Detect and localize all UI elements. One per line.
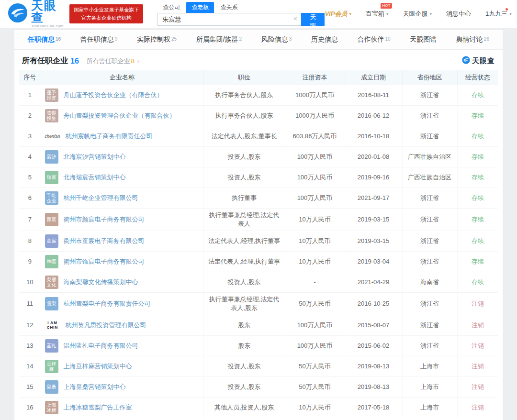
company-logo-icon: 童宸 (45, 234, 58, 248)
position-cell: 执行董事 (203, 188, 285, 208)
chevron-down-icon: ▾ (429, 11, 432, 16)
position-cell: 股东 (203, 315, 285, 335)
province-cell: 浙江省 (402, 315, 457, 335)
company-name-link[interactable]: 衢州市饰宸电子商务有限公司 (64, 257, 145, 266)
row-index: 2 (19, 105, 41, 126)
search-input[interactable] (157, 13, 301, 26)
registered-capital-cell: 603.86万人民币 (285, 126, 345, 146)
former-companies-link[interactable]: 所有曾任职企业8 › (87, 57, 139, 66)
row-index: 13 (19, 335, 41, 356)
company-name-link[interactable]: 温州蓝礼电子商务有限公司 (64, 342, 138, 350)
status-badge: 存续 (457, 272, 498, 292)
registered-capital-cell: 100万人民币 (285, 315, 345, 335)
table-row: 10 梨馨文化 海南梨馨文化传播策划中心 投资人,股东 - 2021-04-29… (19, 272, 498, 292)
clear-search-icon[interactable]: ✕ (293, 16, 297, 22)
tab-任职信息[interactable]: 任职信息16 (28, 35, 61, 44)
search-button[interactable]: 天眼一下 (301, 13, 325, 26)
table-row: 7 颜宸 衢州市颜宸电子商务有限公司 执行董事兼总经理,法定代表人 10万人民币… (19, 208, 498, 231)
position-cell: 法定代表人,经理,执行董事 (203, 231, 285, 251)
company-name-link[interactable]: 海南梨馨文化传播策划中心 (64, 278, 138, 287)
header-menu-item[interactable]: 1九九三▾ (485, 10, 512, 18)
row-index: 7 (19, 208, 41, 231)
row-index: 11 (19, 292, 41, 315)
company-name-link[interactable]: 上海皇桑营销策划中心 (64, 383, 126, 391)
company-name-link[interactable]: 杭州宸帆电子商务有限责任公司 (66, 132, 153, 141)
province-cell: 上海市 (402, 356, 457, 376)
chevron-right-icon: › (137, 57, 139, 65)
column-header: 注册资本 (285, 70, 345, 85)
tianyancha-logo[interactable]: 天眼查 TianYanCha.com (8, 0, 64, 28)
position-cell: 股东 (203, 335, 285, 356)
chevron-down-icon: ▾ (386, 11, 389, 16)
tab-所属集团/族群[interactable]: 所属集团/族群2 (196, 35, 242, 44)
tab-合作伙伴[interactable]: 合作伙伴10 (357, 35, 390, 44)
company-name-link[interactable]: 杭州千屹企业管理有限公司 (64, 194, 138, 202)
row-index: 6 (19, 188, 41, 208)
registered-capital-cell: - (285, 272, 345, 292)
user-menu: VIP会员▾百宝箱▾HOT天眼企服▾消息中心1九九三▾ (325, 10, 511, 18)
tab-曾任职信息[interactable]: 曾任职信息9 (80, 35, 118, 44)
company-name-link[interactable]: 衢州市童宸电子商务有限公司 (64, 237, 145, 245)
founded-date-cell: 2019-03-15 (345, 231, 402, 251)
profile-tab-bar: 任职信息16曾任职信息9实际控制权25所属集团/族群2风险信息3历史信息合作伙伴… (14, 30, 503, 50)
position-cell: 投资人,股东 (203, 146, 285, 167)
founded-date-cell: 2019-03-04 (345, 251, 402, 272)
company-logo-icon: 千屹企业 (45, 191, 58, 205)
column-header: 省份地区 (402, 70, 457, 85)
province-cell: 上海市 (402, 397, 457, 418)
header-menu-item[interactable]: VIP会员▾ (325, 10, 351, 18)
company-name-link[interactable]: 舟山雪梨投资管理合伙企业（有限合伙） (64, 111, 176, 120)
province-cell: 上海市 (402, 376, 457, 397)
table-row: 15 皇桑 上海皇桑营销策划中心 投资人,股东 50万人民币 2019-08-1… (19, 376, 498, 397)
company-name-link[interactable]: 上海豆梓麻营销策划中心 (64, 362, 132, 371)
founded-date-cell: 2016-10-25 (345, 292, 402, 315)
tab-风险信息[interactable]: 风险信息3 (261, 35, 292, 44)
header-menu-item[interactable]: 百宝箱▾HOT (366, 10, 389, 18)
status-badge: 注销 (457, 397, 498, 418)
row-index: 15 (19, 376, 41, 397)
column-header: 职位 (203, 70, 285, 85)
registered-capital-cell: 50万人民币 (285, 376, 345, 397)
tab-实际控制权[interactable]: 实际控制权25 (137, 35, 177, 44)
company-name-link[interactable]: 杭州雪梨电子商务有限责任公司 (64, 299, 151, 308)
column-header: 序号 (19, 70, 41, 85)
company-name-link[interactable]: 杭州英凡思投资管理有限公司 (66, 321, 146, 330)
search-type-tab[interactable]: 查公司 (157, 2, 185, 13)
founded-date-cell: 2017-05-18 (345, 397, 402, 418)
company-name-link[interactable]: 上海冰糖雪梨广告工作室 (64, 403, 132, 412)
status-badge: 注销 (457, 292, 498, 315)
company-logo-icon: 雪梨 (45, 297, 58, 310)
registered-capital-cell: 1000万人民币 (285, 105, 345, 126)
company-logo-icon: 宸汐 (45, 150, 58, 164)
header-menu-item[interactable]: 消息中心 (446, 10, 471, 18)
province-cell: 浙江省 (402, 231, 457, 251)
company-name-link[interactable]: 北海瑞宸营销策划中心 (64, 173, 126, 182)
tab-天眼图谱[interactable]: 天眼图谱 (410, 35, 437, 44)
tianyancha-watermark: 天眼查 (462, 56, 495, 66)
company-name-link[interactable]: 衢州市颜宸电子商务有限公司 (64, 215, 145, 224)
company-logo-icon: 皇桑 (45, 380, 58, 394)
table-row: 4 宸汐 北海宸汐营销策划中心 投资人,股东 100万人民币 2020-01-0… (19, 146, 498, 167)
status-badge: 存续 (457, 208, 498, 231)
header-menu-item[interactable]: 天眼企服▾ (403, 10, 432, 18)
province-cell: 浙江省 (402, 126, 457, 146)
search-type-tab[interactable]: 查老板 (186, 2, 214, 13)
tianyancha-watermark-icon (462, 56, 470, 66)
company-name-link[interactable]: 北海宸汐营销策划中心 (64, 153, 126, 161)
company-logo-icon: 豆梓麻 (45, 360, 58, 373)
status-badge: 注销 (457, 315, 498, 335)
official-credit-badge: 国家中小企业发展子基金旗下 官方备案企业征信机构 (69, 4, 144, 23)
position-cell: 投资人,股东 (203, 272, 285, 292)
table-header-row: 序号企业名称职位注册资本成立日期省份地区经营状态 (19, 70, 498, 85)
founded-date-cell: 2015-06-02 (345, 335, 402, 356)
positions-table: 序号企业名称职位注册资本成立日期省份地区经营状态 1 蓮予投资 舟山蓮予投资合伙… (19, 70, 498, 418)
table-row: 3 chenfan 杭州宸帆电子商务有限责任公司 法定代表人,股东,董事长 60… (19, 126, 498, 146)
top-header: 天眼查 TianYanCha.com 国家中小企业发展子基金旗下 官方备案企业征… (0, 0, 517, 28)
table-row: 9 饰宸 衢州市饰宸电子商务有限公司 法定代表人,经理,执行董事 10万人民币 … (19, 251, 498, 272)
table-row: 11 雪梨 杭州雪梨电子商务有限责任公司 执行董事兼总经理,法定代表人,股东 5… (19, 292, 498, 315)
search-type-tab[interactable]: 查关系 (215, 2, 243, 13)
tab-舆情讨论[interactable]: 舆情讨论26 (456, 35, 489, 44)
founded-date-cell: 2020-01-08 (345, 146, 402, 167)
company-name-link[interactable]: 舟山蓮予投资合伙企业（有限合伙） (64, 91, 163, 99)
chevron-down-icon: ▾ (509, 11, 512, 16)
